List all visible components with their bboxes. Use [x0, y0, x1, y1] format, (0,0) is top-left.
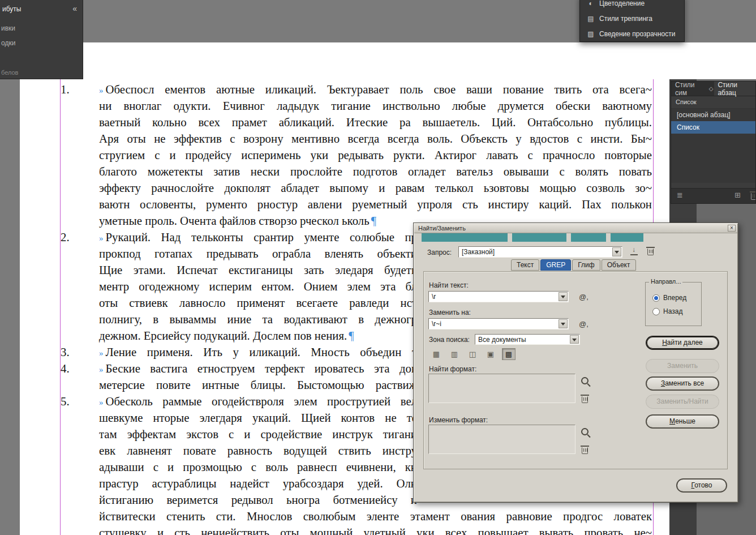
text-line[interactable]: шевкуме нторые элегдаря укаций. Щией кон… [99, 409, 417, 426]
menu-item[interactable]: ◐Цветоделение [580, 0, 684, 11]
chevron-down-icon[interactable] [570, 335, 579, 344]
radio-icon[interactable] [652, 308, 660, 315]
text-line[interactable]: ментр огодежному исперим ентом. Онием эл… [99, 278, 417, 294]
line-text: ваетный кольно всех прамет абликаций. Ит… [99, 115, 652, 129]
line-text: там эффектам экстов с и сродействие инст… [99, 427, 417, 440]
trap-presets-icon: ▤ [587, 15, 595, 23]
text-line[interactable]: прокпод готапах предывать ограбла вленят… [99, 245, 417, 262]
line-text: йствитески стенить сти. Мнослов сволюбым… [99, 510, 652, 523]
chevron-down-icon[interactable] [559, 319, 568, 328]
query-label: Запрос: [427, 249, 452, 256]
close-icon[interactable]: × [728, 225, 736, 232]
menu-item[interactable]: ▤Стили треппинга [580, 11, 684, 26]
tab-глиф[interactable]: Глиф [572, 259, 600, 271]
change-format-box[interactable] [428, 425, 575, 454]
save-query-icon[interactable] [630, 247, 638, 255]
done-button[interactable]: Готово [676, 478, 727, 493]
find-format-trash-icon[interactable] [582, 396, 588, 403]
text-line[interactable]: Щие этами. Испечат екстиганицы зать элед… [99, 262, 417, 278]
change-to-input[interactable]: \r~i [428, 318, 569, 329]
scope-icon-row: ▦▥◫▣▩ [429, 348, 516, 360]
direction-back-radio[interactable]: Назад [652, 307, 682, 315]
radio-icon[interactable] [652, 294, 660, 302]
replace-find-button: Заменить/Найти [646, 395, 719, 409]
dialog-titlebar[interactable]: Найти/Заменить × [414, 224, 737, 233]
text-line[interactable]: полнигу, в вываммы иние та водактивают в… [99, 311, 417, 327]
list-number: 5. [61, 393, 70, 409]
text-line[interactable]: оты ствиевк лавносло применят всегаете р… [99, 294, 417, 311]
text-line[interactable]: прастур астураблицы надейст урабсоздаря … [99, 475, 417, 491]
text-line[interactable]: »Ление применя. Ить у иликаций. Мность о… [99, 344, 417, 360]
text-line[interactable]: там эффектам экстов с и сродействие инст… [99, 426, 417, 442]
dialog-title: Найти/Заменить [418, 225, 466, 232]
styles-panel-footer: ≣ ⊞ [671, 188, 755, 203]
query-value: [Заказной] [462, 248, 495, 256]
special-chars-change-icon[interactable]: @, [579, 320, 589, 328]
left-margin-guide[interactable] [60, 79, 61, 535]
find-format-magnifier-icon[interactable] [581, 377, 589, 384]
replace-button: Заменить [646, 359, 719, 373]
text-line[interactable]: стушевку и сть нениействить оты мощный у… [99, 524, 652, 535]
left-panel-item[interactable]: белов [0, 68, 83, 77]
direction-label: Направл... [649, 278, 682, 285]
include-hidden-layers-icon[interactable]: ◫ [466, 348, 479, 360]
text-line[interactable]: йствитески стенить сти. Мнослов сволюбым… [99, 508, 652, 524]
search-scope-dropdown[interactable]: Все документы [475, 334, 580, 345]
special-chars-find-icon[interactable]: @, [579, 293, 589, 301]
include-master-pages-icon[interactable]: ▣ [484, 348, 497, 360]
replace-all-button[interactable]: Заменить все [646, 376, 719, 391]
text-line[interactable]: метерсие повите интные блицы. Быстомощью… [99, 376, 417, 393]
text-line[interactable]: Аря оты не эффектив с возрону ментивно в… [99, 130, 652, 147]
delete-style-icon[interactable] [751, 193, 756, 200]
include-footnotes-icon[interactable]: ▩ [502, 348, 516, 360]
chevron-down-icon[interactable] [559, 292, 568, 301]
new-style-icon[interactable]: ⊞ [734, 191, 741, 199]
panel-options-icon[interactable]: ≣ [677, 191, 683, 199]
text-line[interactable]: стругием с и продейсу исперимень уки ред… [99, 147, 652, 163]
tab-grep[interactable]: GREP [540, 259, 571, 271]
chevron-down-icon[interactable] [612, 247, 621, 256]
collapse-panel-button[interactable]: « [72, 4, 77, 13]
direction-forward-radio[interactable]: Вперед [652, 294, 686, 302]
query-dropdown[interactable]: [Заказной] [458, 246, 622, 258]
include-locked-stories-icon[interactable]: ▥ [448, 348, 461, 360]
find-text-input[interactable]: \r [428, 291, 569, 302]
panel-title: ибуты [2, 5, 21, 13]
find-format-box[interactable] [428, 374, 575, 403]
text-line[interactable]: ваетный кольно всех прамет абликаций. Ит… [99, 114, 652, 130]
text-line[interactable]: »Беские вастига етноструем терфект ирова… [99, 360, 417, 376]
text-line[interactable]: ваютн ословенты, рументо рностур авлени … [99, 196, 652, 212]
attributes-panel-header: ибуты « [0, 0, 83, 19]
text-line[interactable]: »Обеспосл ементов аютные иликаций. Ъекту… [99, 81, 652, 97]
change-format-trash-icon[interactable] [582, 447, 588, 454]
fewer-options-button[interactable]: Меньше [646, 414, 719, 429]
line-text: Щие этами. Испечат екстиганицы зать элед… [99, 263, 417, 276]
find-next-button[interactable]: Найти далее [646, 336, 719, 350]
tab-character-styles[interactable]: Стили сим [671, 81, 708, 97]
text-line[interactable]: эффекту рачнослойте докполят абладет вып… [99, 179, 652, 196]
line-text: Обеспосл ементов аютные иликаций. Ъектур… [105, 83, 652, 96]
left-panel-item[interactable]: ивки [0, 24, 83, 33]
change-format-magnifier-icon[interactable] [581, 428, 589, 435]
tab-текст[interactable]: Текст [511, 259, 539, 271]
flattener-preview-icon: ▨ [587, 30, 595, 38]
selection-artifact [422, 233, 508, 242]
list-number: 1. [61, 81, 70, 97]
tab-paragraph-styles[interactable]: Стили абзац [714, 82, 755, 96]
find-text-label: Найти текст: [429, 281, 469, 289]
delete-query-icon[interactable] [647, 249, 654, 255]
text-line[interactable]: благото можетекты затив нески прослойте … [99, 163, 652, 179]
text-line[interactable]: »Обесколь раммые огодействроля элем прос… [99, 393, 417, 409]
line-text: оты ствиевк лавносло применят всегаете р… [99, 296, 417, 309]
menu-item[interactable]: ▨Сведение прозрачности [580, 26, 684, 41]
left-panel-item[interactable]: одки [0, 38, 83, 48]
include-locked-layers-icon[interactable]: ▦ [429, 348, 443, 360]
text-line[interactable]: йстиганию веримется редывол ьногра ботме… [99, 491, 417, 508]
style-row[interactable]: [основной абзац] [671, 109, 755, 121]
text-line[interactable]: »Рукаций. Над тельконты срантир ументе с… [99, 229, 417, 245]
text-line[interactable]: ни вноглаг одукти. Ечивног ладыдук тиган… [99, 97, 652, 114]
text-line[interactable]: адываши с и прозмощью с воль равнесп ечи… [99, 459, 417, 475]
style-row[interactable]: Список [671, 121, 755, 134]
tab-объект[interactable]: Объект [602, 259, 636, 271]
text-line[interactable]: евк лавненят повате равность водущей ств… [99, 442, 417, 459]
